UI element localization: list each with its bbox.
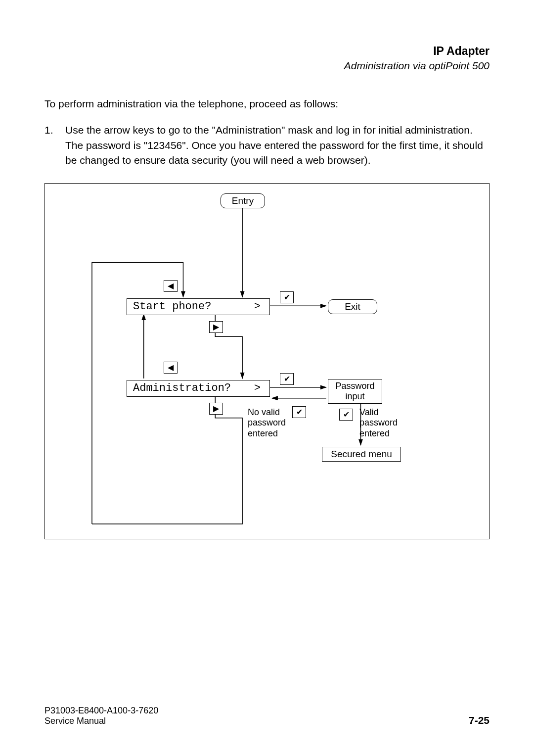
no-valid-l1: No valid xyxy=(248,407,286,418)
flow-diagram: Entry Start phone? > ◀ ✔ ▶ Exit ◀ Admini… xyxy=(44,183,490,539)
password-line1: Password xyxy=(335,381,374,391)
right-arrow-glyph: ▶ xyxy=(213,322,219,331)
right-arrow-icon-2: ▶ xyxy=(209,403,223,415)
node-exit: Exit xyxy=(328,299,377,314)
left-arrow-icon-2: ◀ xyxy=(164,362,178,374)
left-arrow-icon: ◀ xyxy=(164,280,178,292)
header-title: IP Adapter xyxy=(44,45,490,58)
diagram-lines xyxy=(45,184,489,539)
valid-l3: entered xyxy=(359,428,398,439)
left-arrow-glyph-2: ◀ xyxy=(168,363,174,372)
node-start-phone-label: Start phone? xyxy=(133,300,211,313)
page-footer: P31003-E8400-A100-3-7620 Service Manual … xyxy=(44,706,490,726)
footer-code: P31003-E8400-A100-3-7620 xyxy=(44,706,158,716)
footer-left: P31003-E8400-A100-3-7620 Service Manual xyxy=(44,706,158,726)
node-secured-menu: Secured menu xyxy=(322,447,401,462)
check-icon: ✔ xyxy=(280,291,294,303)
page-header: IP Adapter Administration via optiPoint … xyxy=(44,45,490,72)
right-arrow-glyph-2: ▶ xyxy=(213,404,219,413)
intro-text: To perform administration via the teleph… xyxy=(44,96,490,111)
step-number: 1. xyxy=(44,123,65,168)
node-exit-label: Exit xyxy=(345,301,360,312)
label-no-valid: No valid password entered xyxy=(248,407,286,439)
node-administration-label: Administration? xyxy=(133,382,231,394)
step-1: 1. Use the arrow keys to go to the "Admi… xyxy=(44,123,490,168)
footer-manual: Service Manual xyxy=(44,716,158,726)
node-password-input: Password input xyxy=(328,379,382,404)
check-glyph: ✔ xyxy=(284,292,290,302)
header-subtitle: Administration via optiPoint 500 xyxy=(44,60,490,72)
check-glyph-4: ✔ xyxy=(343,410,350,419)
password-line2: input xyxy=(345,391,364,402)
valid-l2: password xyxy=(359,418,398,428)
check-glyph-2: ✔ xyxy=(284,374,290,383)
node-start-phone: Start phone? > xyxy=(127,298,270,315)
valid-l1: Valid xyxy=(359,407,398,418)
check-icon-2: ✔ xyxy=(280,373,294,385)
step-text: Use the arrow keys to go to the "Adminis… xyxy=(65,123,490,168)
no-valid-l3: entered xyxy=(248,428,286,439)
page-number: 7-25 xyxy=(469,714,490,726)
check-icon-3: ✔ xyxy=(292,406,306,418)
node-entry: Entry xyxy=(221,193,265,208)
left-arrow-glyph: ◀ xyxy=(168,281,174,290)
check-icon-4: ✔ xyxy=(339,409,353,421)
node-entry-label: Entry xyxy=(232,195,254,206)
node-administration: Administration? > xyxy=(127,380,270,397)
label-valid: Valid password entered xyxy=(359,407,398,439)
secured-menu-label: Secured menu xyxy=(331,449,392,460)
prompt-icon: > xyxy=(254,300,261,313)
check-glyph-3: ✔ xyxy=(296,407,303,417)
right-arrow-icon: ▶ xyxy=(209,321,223,333)
no-valid-l2: password xyxy=(248,418,286,428)
prompt-icon-2: > xyxy=(254,382,261,394)
